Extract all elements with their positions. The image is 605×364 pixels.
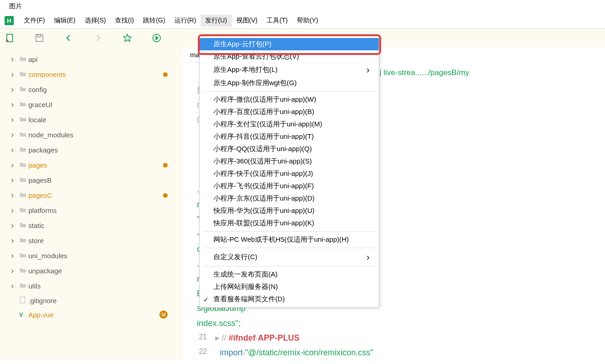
dropdown-item[interactable]: 小程序-360(仅适用于uni-app)(S): [200, 155, 379, 168]
tree-item[interactable]: VApp.vueM: [9, 308, 174, 321]
tree-item[interactable]: ›unpackage: [9, 263, 174, 278]
app-logo-icon: H: [5, 16, 14, 25]
tree-item[interactable]: ›pages: [9, 158, 174, 173]
dropdown-label: 原生App-云打包(P): [213, 40, 272, 49]
save-icon[interactable]: [34, 33, 45, 43]
dropdown-item[interactable]: 小程序-微信(仅适用于uni-app)(W): [200, 93, 379, 106]
tree-label: config: [28, 86, 172, 93]
modified-dot-icon: [163, 163, 168, 168]
chevron-right-icon: ›: [11, 281, 19, 291]
folder-icon: [19, 206, 28, 214]
tree-item[interactable]: ›api: [9, 52, 174, 67]
tree-item[interactable]: ›graceUI: [9, 97, 174, 112]
dropdown-label: 原生App-制作应用wgt包(G): [213, 79, 297, 87]
file-explorer[interactable]: ›api›components›config›graceUI›locale›no…: [0, 47, 183, 361]
dropdown-label: 小程序-京东(仅适用于uni-app)(D): [213, 194, 315, 203]
folder-icon: [19, 101, 28, 109]
tree-label: graceUI: [28, 101, 172, 109]
tree-label: pagesB: [28, 176, 172, 184]
chevron-right-icon: ›: [366, 65, 370, 75]
tree-item[interactable]: ›utils: [9, 278, 174, 293]
folder-icon: [19, 252, 28, 260]
modified-dot-icon: [163, 72, 168, 77]
tree-item[interactable]: ›store: [9, 233, 174, 248]
dropdown-item[interactable]: 小程序-飞书(仅适用于uni-app)(F): [200, 180, 379, 192]
tree-item[interactable]: ›node_modules: [9, 127, 174, 142]
folder-icon: [19, 55, 28, 63]
dropdown-label: 查看服务端网页文件(D): [213, 295, 285, 304]
menu-item[interactable]: 文件(F): [19, 15, 49, 27]
tree-item[interactable]: ›locale: [9, 112, 174, 127]
dropdown-item[interactable]: 自定义发行(C)›: [200, 250, 379, 264]
chevron-right-icon: ›: [11, 175, 19, 185]
tree-item[interactable]: ›uni_modules: [9, 248, 174, 263]
tree-item[interactable]: .gitignore: [9, 293, 174, 308]
menu-item[interactable]: 编辑(E): [49, 15, 80, 27]
dropdown-item[interactable]: 小程序-支付宝(仅适用于uni-app)(M): [200, 118, 379, 130]
run-icon[interactable]: [151, 33, 162, 43]
menubar: H 文件(F)编辑(E)选择(S)查找(I)跳转(G)运行(R)发行(U)视图(…: [0, 13, 605, 29]
menu-item[interactable]: 跳转(G): [138, 15, 169, 27]
folder-icon: [19, 161, 28, 169]
menu-item[interactable]: 发行(U): [201, 15, 231, 27]
folder-icon: [19, 237, 28, 244]
tree-item[interactable]: ›config: [9, 82, 174, 97]
dropdown-item[interactable]: 原生App-查看云打包状态(V): [200, 50, 379, 63]
menu-item[interactable]: 帮助(Y): [292, 15, 323, 27]
tree-label: pagesC: [28, 191, 163, 199]
dropdown-item[interactable]: 网站-PC Web或手机H5(仅适用于uni-app)(H): [200, 234, 379, 246]
dropdown-item[interactable]: 快应用-联盟(仅适用于uni-app)(K): [200, 217, 379, 229]
dropdown-label: 小程序-QQ(仅适用于uni-app)(Q): [213, 145, 312, 153]
tree-item[interactable]: ›static: [9, 218, 174, 233]
dropdown-separator: [203, 231, 375, 232]
menu-item[interactable]: 选择(S): [80, 15, 111, 27]
new-file-icon[interactable]: [5, 33, 16, 43]
dropdown-item[interactable]: 上传网站到服务器(N): [200, 281, 379, 293]
dropdown-item[interactable]: 原生App-本地打包(L)›: [200, 63, 379, 77]
folder-icon: [19, 267, 28, 275]
chevron-right-icon: ›: [11, 54, 19, 64]
dropdown-label: 小程序-快手(仅适用于uni-app)(J): [213, 169, 313, 178]
dropdown-item[interactable]: 快应用-华为(仅适用于uni-app)(U): [200, 205, 379, 217]
tree-item[interactable]: ›platforms: [9, 203, 174, 218]
dropdown-item[interactable]: 小程序-京东(仅适用于uni-app)(D): [200, 192, 379, 205]
dropdown-item[interactable]: 小程序-快手(仅适用于uni-app)(J): [200, 168, 379, 180]
back-icon[interactable]: [63, 33, 74, 43]
menu-item[interactable]: 运行(R): [170, 15, 201, 27]
publish-dropdown: 原生App-云打包(P)原生App-查看云打包状态(V)原生App-本地打包(L…: [199, 36, 379, 308]
dropdown-label: 网站-PC Web或手机H5(仅适用于uni-app)(H): [213, 235, 349, 244]
folder-icon: [19, 131, 28, 139]
dropdown-item[interactable]: 小程序-抖音(仅适用于uni-app)(T): [200, 130, 379, 143]
dropdown-item[interactable]: 原生App-云打包(P): [200, 38, 379, 50]
folder-icon: [19, 222, 28, 229]
forward-icon[interactable]: [93, 33, 104, 43]
dropdown-label: 快应用-联盟(仅适用于uni-app)(K): [213, 219, 314, 228]
dropdown-item[interactable]: 小程序-百度(仅适用于uni-app)(B): [200, 106, 379, 118]
tree-label: store: [28, 237, 172, 244]
chevron-right-icon: ›: [11, 236, 19, 245]
menu-item[interactable]: 工具(T): [262, 15, 292, 27]
tree-label: components: [28, 71, 163, 78]
tree-item[interactable]: ›pagesB: [9, 173, 174, 188]
dropdown-item[interactable]: 生成统一发布页面(A): [200, 268, 379, 281]
tree-item[interactable]: ›packages: [9, 142, 174, 158]
modified-badge: M: [159, 310, 168, 319]
tree-label: .gitignore: [28, 297, 172, 304]
menu-item[interactable]: 视图(V): [232, 15, 262, 27]
dropdown-label: 上传网站到服务器(N): [213, 283, 278, 291]
tree-item[interactable]: ›components: [9, 67, 174, 82]
star-icon[interactable]: [122, 33, 133, 43]
chevron-right-icon: ›: [11, 190, 19, 200]
tree-label: api: [28, 55, 172, 63]
tree-label: locale: [28, 116, 172, 124]
tree-label: utils: [28, 282, 172, 290]
menu-item[interactable]: 查找(I): [110, 15, 138, 27]
dropdown-label: 原生App-查看云打包状态(V): [213, 52, 299, 61]
dropdown-item[interactable]: 原生App-制作应用wgt包(G): [200, 77, 379, 89]
modified-dot-icon: [163, 193, 168, 198]
dropdown-item[interactable]: 小程序-QQ(仅适用于uni-app)(Q): [200, 143, 379, 155]
tree-item[interactable]: ›pagesC: [9, 188, 174, 203]
chevron-right-icon: ›: [11, 145, 19, 155]
dropdown-item[interactable]: ✓查看服务端网页文件(D): [200, 293, 379, 305]
chevron-right-icon: ›: [11, 206, 19, 215]
